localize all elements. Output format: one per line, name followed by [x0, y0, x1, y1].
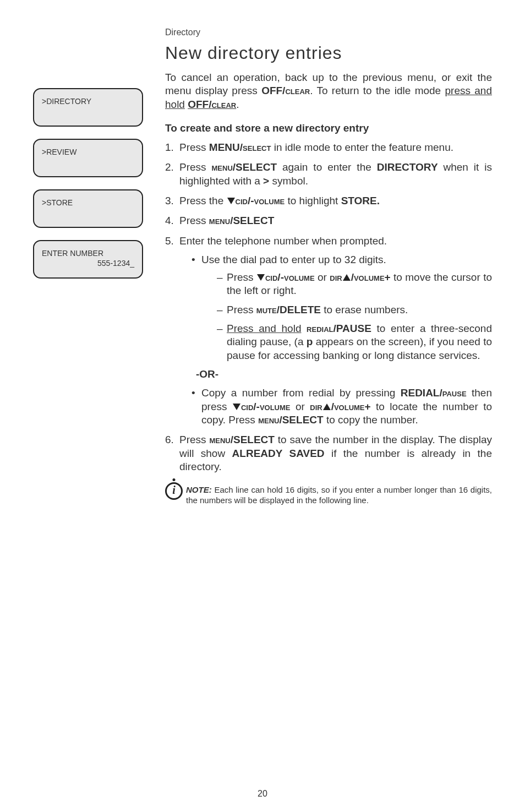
lcd-line: ENTER NUMBER [42, 249, 134, 258]
sidebar: >DIRECTORY >REVIEW >STORE ENTER NUMBER 5… [33, 28, 143, 506]
intro-paragraph: To cancel an operation, back up to the p… [165, 71, 492, 111]
step-2: Press menu/SELECT again to enter the DIR… [165, 161, 492, 188]
dash-list: Press cid/-volume or dir/volume+ to move… [201, 271, 492, 362]
info-icon [165, 482, 183, 500]
down-arrow-icon [227, 198, 235, 204]
lcd-line: >STORE [42, 198, 134, 207]
down-arrow-icon [257, 274, 265, 281]
up-arrow-icon [343, 274, 351, 281]
subheading: To create and store a new directory entr… [165, 122, 492, 134]
bullet-copy-redial: Copy a number from redial by pressing RE… [192, 386, 492, 427]
section-label: Directory [165, 28, 492, 37]
lcd-screen-directory: >DIRECTORY [33, 88, 143, 127]
up-arrow-icon [323, 404, 331, 410]
step-5: Enter the telephone number when prompted… [165, 235, 492, 427]
or-label: -OR- [196, 368, 492, 381]
lcd-line: >DIRECTORY [42, 97, 134, 106]
note-block: NOTE: Each line can hold 16 digits, so i… [165, 484, 492, 505]
dash-erase: Press mute/DELETE to erase numbers. [217, 303, 492, 317]
step-3: Press the cid/-volume to highlight STORE… [165, 194, 492, 208]
lcd-line: >REVIEW [42, 148, 134, 156]
steps-list: Press MENU/select in idle mode to enter … [165, 141, 492, 473]
down-arrow-icon [233, 404, 240, 410]
lcd-line: 555-1234_ [42, 259, 134, 268]
page-title: New directory entries [165, 43, 492, 63]
step-4: Press menu/SELECT [165, 214, 492, 227]
lcd-screen-enter-number: ENTER NUMBER 555-1234_ [33, 240, 143, 279]
note-text: NOTE: Each line can hold 16 digits, so i… [186, 484, 492, 505]
dash-move-cursor: Press cid/-volume or dir/volume+ to move… [217, 271, 492, 298]
lcd-screen-review: >REVIEW [33, 139, 143, 177]
step-5-bullets-2: Copy a number from redial by pressing RE… [179, 386, 492, 427]
step-1: Press MENU/select in idle mode to enter … [165, 141, 492, 154]
step-6: Press menu/SELECT to save the number in … [165, 433, 492, 473]
step-5-bullets: Use the dial pad to enter up to 32 digit… [179, 253, 492, 362]
dash-pause: Press and hold redial/PAUSE to enter a t… [217, 322, 492, 362]
bullet-dial-pad: Use the dial pad to enter up to 32 digit… [192, 253, 492, 362]
page-number: 20 [258, 789, 267, 799]
main-content: Directory New directory entries To cance… [165, 28, 492, 506]
lcd-screen-store: >STORE [33, 189, 143, 228]
